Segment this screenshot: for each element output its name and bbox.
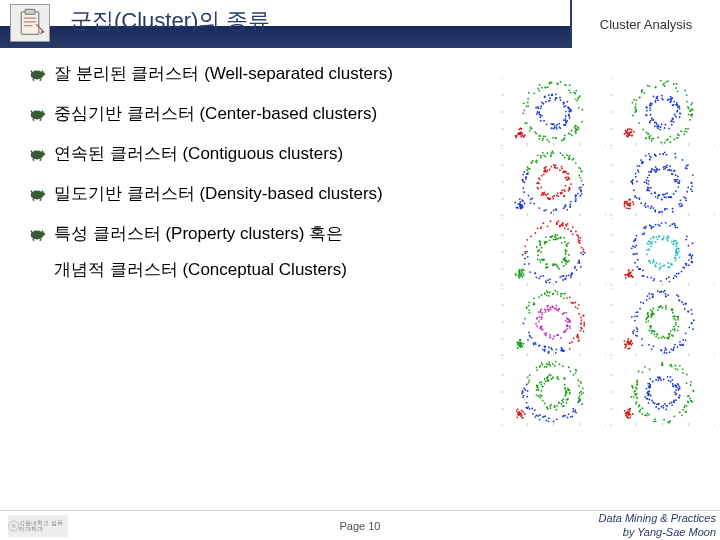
svg-point-87	[545, 87, 547, 89]
svg-point-804	[524, 245, 526, 247]
svg-point-356	[651, 119, 653, 121]
svg-point-1230	[577, 335, 579, 337]
svg-point-57	[548, 141, 550, 143]
svg-point-1330	[545, 334, 547, 336]
svg-point-1932	[655, 403, 657, 405]
svg-point-1750	[537, 387, 539, 389]
svg-point-16	[530, 126, 532, 128]
svg-point-485	[580, 186, 582, 188]
svg-point-876	[565, 278, 567, 280]
svg-point-1957	[648, 391, 650, 393]
svg-point-130	[570, 109, 572, 111]
svg-point-920	[554, 234, 556, 236]
svg-point-1222	[578, 304, 580, 306]
svg-point-1826	[683, 406, 685, 408]
svg-point-1401	[521, 342, 523, 344]
svg-point-810	[567, 228, 569, 230]
svg-point-282	[647, 133, 649, 135]
svg-point-1356	[549, 336, 551, 338]
svg-point-388	[629, 132, 631, 134]
svg-point-465	[543, 210, 545, 212]
svg-point-527	[547, 169, 549, 171]
svg-point-1955	[649, 395, 651, 397]
svg-point-9	[42, 192, 46, 196]
svg-point-145	[539, 114, 541, 116]
svg-point-1477	[668, 351, 670, 353]
svg-point-669	[649, 207, 651, 209]
svg-point-60	[537, 88, 539, 90]
svg-point-1745	[565, 391, 567, 393]
svg-point-743	[670, 173, 672, 175]
svg-point-1889	[654, 420, 656, 422]
svg-point-1827	[685, 405, 687, 407]
svg-point-1061	[668, 281, 670, 283]
svg-point-1235	[555, 352, 557, 354]
svg-point-1211	[583, 315, 585, 317]
svg-point-883	[582, 254, 584, 256]
svg-point-1960	[647, 386, 649, 388]
svg-point-1689	[534, 409, 536, 411]
svg-point-692	[676, 176, 678, 178]
svg-point-591	[524, 203, 526, 205]
svg-point-1962	[660, 379, 662, 381]
svg-point-321	[670, 121, 672, 123]
svg-point-1484	[636, 331, 638, 333]
svg-point-1898	[657, 379, 659, 381]
svg-point-422	[529, 168, 531, 170]
svg-point-996	[518, 272, 520, 274]
svg-point-851	[570, 276, 572, 278]
svg-point-1710	[550, 374, 552, 376]
svg-point-884	[535, 276, 537, 278]
svg-point-1651	[559, 363, 561, 365]
svg-point-1645	[578, 385, 580, 387]
svg-point-663	[680, 203, 682, 205]
svg-point-832	[570, 230, 572, 232]
svg-point-863	[578, 261, 580, 263]
svg-point-267	[634, 103, 636, 105]
svg-point-1596	[631, 343, 633, 345]
svg-point-1825	[653, 421, 655, 423]
svg-point-371	[628, 128, 630, 130]
svg-point-1434	[656, 290, 658, 292]
svg-point-484	[530, 202, 532, 204]
svg-point-1479	[639, 301, 641, 303]
svg-point-1469	[690, 309, 692, 311]
svg-point-35	[578, 97, 580, 99]
svg-point-835	[559, 226, 561, 228]
svg-point-1615	[552, 363, 554, 365]
svg-point-1210	[578, 313, 580, 315]
svg-point-43	[539, 84, 541, 86]
svg-point-330	[659, 129, 661, 131]
svg-point-62	[582, 109, 584, 111]
turtle-bullet-icon	[28, 105, 46, 123]
svg-point-1575	[660, 305, 662, 307]
svg-point-313	[654, 100, 656, 102]
svg-point-841	[562, 223, 564, 225]
svg-point-1698	[556, 418, 558, 420]
svg-point-596	[516, 206, 518, 208]
svg-point-1074	[650, 277, 652, 279]
svg-point-436	[547, 152, 549, 154]
svg-point-1138	[652, 236, 654, 238]
svg-point-1982	[623, 410, 625, 412]
svg-point-1264	[563, 349, 565, 351]
svg-point-1671	[526, 384, 528, 386]
svg-point-562	[553, 195, 555, 197]
svg-point-1288	[528, 309, 530, 311]
svg-point-926	[563, 265, 565, 267]
svg-point-1316	[538, 311, 540, 313]
svg-point-1498	[656, 309, 658, 311]
svg-point-135	[552, 123, 554, 125]
svg-point-781	[623, 201, 625, 203]
svg-point-1165	[648, 249, 650, 251]
svg-point-1347	[538, 321, 540, 323]
svg-point-1320	[545, 309, 547, 311]
svg-point-1441	[630, 316, 632, 318]
svg-point-225	[687, 114, 689, 116]
svg-point-8	[31, 190, 44, 199]
svg-point-1343	[538, 316, 540, 318]
svg-point-919	[561, 261, 563, 263]
svg-point-1456	[641, 338, 643, 340]
svg-point-1853	[674, 365, 676, 367]
svg-point-1849	[648, 369, 650, 371]
